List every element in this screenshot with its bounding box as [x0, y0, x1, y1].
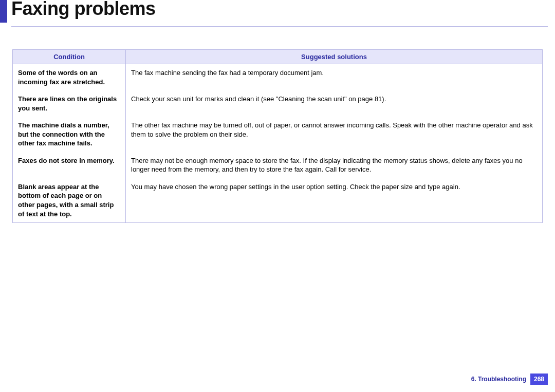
page-title: Faxing problems: [11, 0, 156, 20]
troubleshooting-table: Condition Suggested solutions Some of th…: [12, 49, 543, 223]
cell-solution: The other fax machine may be turned off,…: [126, 117, 543, 152]
cell-condition: Blank areas appear at the bottom of each…: [13, 178, 126, 223]
cell-condition: There are lines on the originals you sen…: [13, 90, 126, 117]
cell-solution: Check your scan unit for marks and clean…: [126, 90, 543, 117]
cell-condition: Faxes do not store in memory.: [13, 152, 126, 178]
table-row: Faxes do not store in memory. There may …: [13, 152, 543, 178]
page-footer: 6. Troubleshooting 268: [471, 374, 548, 385]
cell-solution: The fax machine sending the fax had a te…: [126, 64, 543, 91]
col-header-solutions: Suggested solutions: [126, 50, 543, 64]
page-number: 268: [530, 374, 548, 385]
col-header-condition: Condition: [13, 50, 126, 64]
page-header: Faxing problems: [0, 0, 555, 30]
cell-solution: You may have chosen the wrong paper sett…: [126, 178, 543, 223]
table-row: Some of the words on an incoming fax are…: [13, 64, 543, 91]
table-row: Blank areas appear at the bottom of each…: [13, 178, 543, 223]
cell-solution: There may not be enough memory space to …: [126, 152, 543, 178]
header-rule: [11, 26, 548, 27]
cell-condition: Some of the words on an incoming fax are…: [13, 64, 126, 91]
table-row: The machine dials a number, but the conn…: [13, 117, 543, 152]
chapter-label: 6. Troubleshooting: [471, 376, 526, 383]
accent-bar: [0, 0, 7, 23]
table-row: There are lines on the originals you sen…: [13, 90, 543, 117]
cell-condition: The machine dials a number, but the conn…: [13, 117, 126, 152]
content-area: Condition Suggested solutions Some of th…: [0, 30, 555, 223]
